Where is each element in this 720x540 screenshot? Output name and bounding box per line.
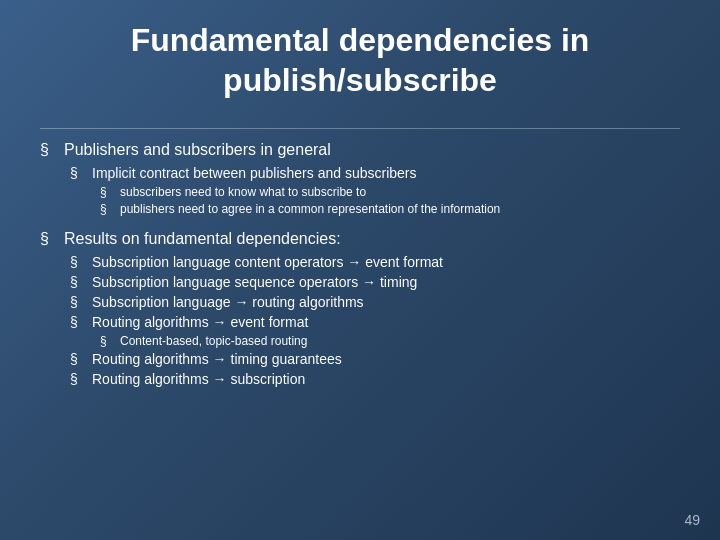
section2-subnote-text: Content-based, topic-based routing bbox=[120, 334, 307, 348]
bullet-marker-extra0: § bbox=[70, 351, 84, 367]
page-number: 49 bbox=[684, 512, 700, 528]
section1-heading-text: Publishers and subscribers in general bbox=[64, 141, 331, 159]
bullet-marker-s2-i1: § bbox=[70, 274, 84, 290]
section2-item2-text: Subscription language → routing algorith… bbox=[92, 294, 364, 310]
section1-item1-text: subscribers need to know what to subscri… bbox=[120, 185, 366, 199]
section2-item3-text: Routing algorithms → event format bbox=[92, 314, 308, 330]
bullet-marker-l3: § bbox=[100, 185, 112, 199]
section2-extra1-text: Routing algorithms → subscription bbox=[92, 371, 305, 387]
bullet-marker-s2-i0: § bbox=[70, 254, 84, 270]
bullet-marker-extra1: § bbox=[70, 371, 84, 387]
section2-item1-text: Subscription language sequence operators… bbox=[92, 274, 417, 290]
section2-item0: § Subscription language content operator… bbox=[70, 254, 680, 270]
section2-extra0-text: Routing algorithms → timing guarantees bbox=[92, 351, 342, 367]
section1-sub1-item2: § publishers need to agree in a common r… bbox=[100, 202, 680, 216]
section2-extra1: § Routing algorithms → subscription bbox=[70, 371, 680, 387]
section2-item3: § Routing algorithms → event format bbox=[70, 314, 680, 330]
slide-title: Fundamental dependencies in publish/subs… bbox=[40, 20, 680, 110]
section2-item0-text: Subscription language content operators … bbox=[92, 254, 443, 270]
title-line2: publish/subscribe bbox=[223, 62, 497, 98]
slide-content: § Publishers and subscribers in general … bbox=[40, 141, 680, 520]
section2-heading: § Results on fundamental dependencies: bbox=[40, 230, 680, 248]
section2-heading-text: Results on fundamental dependencies: bbox=[64, 230, 341, 248]
slide: Fundamental dependencies in publish/subs… bbox=[0, 0, 720, 540]
section1-heading: § Publishers and subscribers in general bbox=[40, 141, 680, 159]
bullet-marker: § bbox=[40, 141, 56, 159]
section2-extra0: § Routing algorithms → timing guarantees bbox=[70, 351, 680, 367]
bullet-marker-subnote: § bbox=[100, 334, 112, 348]
bullet-marker-l3: § bbox=[100, 202, 112, 216]
section1-sub1-item1: § subscribers need to know what to subsc… bbox=[100, 185, 680, 199]
bullet-marker-l2: § bbox=[70, 165, 84, 181]
bullet-marker-s2-i3: § bbox=[70, 314, 84, 330]
section2-subnote: § Content-based, topic-based routing bbox=[100, 334, 680, 348]
section2-item1: § Subscription language sequence operato… bbox=[70, 274, 680, 290]
bullet-marker-s2-i2: § bbox=[70, 294, 84, 310]
section2: § Results on fundamental dependencies: §… bbox=[40, 230, 680, 387]
section1-item2-text: publishers need to agree in a common rep… bbox=[120, 202, 500, 216]
divider bbox=[40, 128, 680, 129]
bullet-marker-s2: § bbox=[40, 230, 56, 248]
section1: § Publishers and subscribers in general … bbox=[40, 141, 680, 216]
title-line1: Fundamental dependencies in bbox=[131, 22, 590, 58]
section1-sub1: § Implicit contract between publishers a… bbox=[70, 165, 680, 181]
section2-item2: § Subscription language → routing algori… bbox=[70, 294, 680, 310]
section1-sub1-text: Implicit contract between publishers and… bbox=[92, 165, 417, 181]
